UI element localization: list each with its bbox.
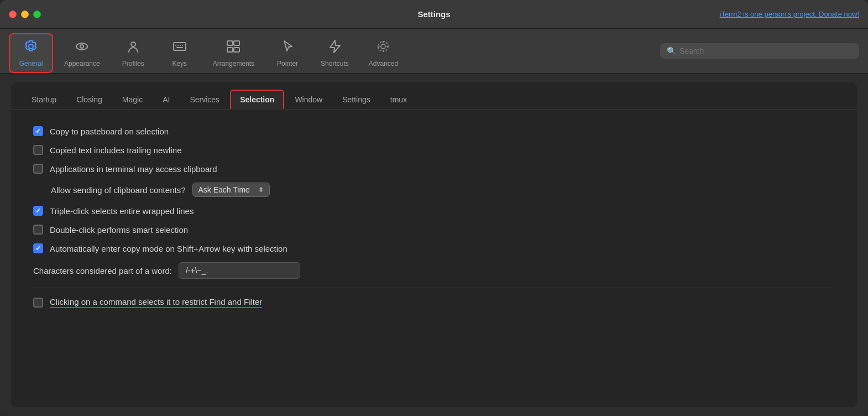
chevron-up-down-icon: ⬍ — [258, 186, 264, 194]
toolbar-item-general[interactable]: General — [9, 33, 53, 73]
settings-content: Copy to pasteboard on selection Copied t… — [11, 110, 857, 407]
donate-link[interactable]: iTerm2 is one person's project. Donate n… — [720, 10, 860, 18]
settings-window: Settings iTerm2 is one person's project.… — [0, 0, 868, 416]
divider — [33, 288, 835, 288]
toolbar-label-shortcuts: Shortcuts — [321, 60, 349, 67]
clipboard-access-row: Applications in terminal may access clip… — [33, 164, 835, 174]
tab-selection[interactable]: Selection — [230, 90, 284, 110]
toolbar-label-arrangements: Arrangements — [213, 60, 254, 67]
word-chars-input[interactable] — [179, 262, 300, 279]
toolbar-label-keys: Keys — [172, 60, 187, 67]
svg-point-0 — [76, 43, 87, 50]
command-select-row: Clicking on a command selects it to rest… — [33, 297, 835, 308]
clipboard-access-checkbox[interactable] — [33, 164, 43, 174]
toolbar-label-pointer: Pointer — [277, 60, 298, 67]
toolbar-item-profiles[interactable]: Profiles — [111, 34, 155, 72]
clipboard-send-dropdown[interactable]: Ask Each Time ⬍ — [192, 183, 270, 197]
triple-click-checkbox[interactable] — [33, 206, 43, 216]
toolbar-item-arrangements[interactable]: Arrangements — [204, 34, 263, 72]
svg-rect-9 — [227, 41, 233, 45]
toolbar-label-appearance: Appearance — [64, 60, 100, 67]
profiles-icon — [126, 39, 141, 58]
word-chars-label: Characters considered part of a word: — [33, 266, 172, 275]
close-button[interactable] — [9, 11, 17, 18]
command-select-checkbox[interactable] — [33, 298, 43, 308]
svg-rect-11 — [227, 48, 233, 52]
traffic-lights — [9, 11, 41, 18]
minimize-button[interactable] — [21, 11, 29, 18]
svg-point-2 — [131, 42, 135, 46]
trailing-newline-checkbox[interactable] — [33, 145, 43, 155]
lightning-icon — [327, 39, 342, 58]
toolbar-label-profiles: Profiles — [122, 60, 144, 67]
tab-closing[interactable]: Closing — [67, 90, 112, 108]
toolbar: General Appearance Profiles — [0, 29, 868, 74]
command-select-label: Clicking on a command selects it to rest… — [50, 297, 262, 308]
search-input[interactable] — [679, 46, 853, 55]
clipboard-send-row: Allow sending of clipboard contents? Ask… — [33, 183, 835, 197]
tab-settings[interactable]: Settings — [333, 90, 380, 108]
advanced-icon — [375, 39, 391, 58]
toolbar-label-general: General — [19, 60, 43, 67]
pointer-icon — [280, 39, 295, 58]
tab-tmux[interactable]: tmux — [381, 90, 416, 108]
double-click-row: Double-click performs smart selection — [33, 225, 835, 235]
clipboard-access-label: Applications in terminal may access clip… — [50, 164, 217, 174]
copy-pasteboard-checkbox[interactable] — [33, 126, 43, 136]
double-click-label: Double-click performs smart selection — [50, 225, 188, 235]
copy-pasteboard-label: Copy to pasteboard on selection — [50, 127, 169, 136]
content-panel: Startup Closing Magic AI Services Select… — [11, 82, 857, 407]
toolbar-item-pointer[interactable]: Pointer — [265, 34, 310, 72]
toolbar-label-advanced: Advanced — [369, 60, 398, 67]
svg-rect-3 — [174, 43, 186, 50]
svg-point-1 — [80, 45, 83, 48]
copy-mode-row: Automatically enter copy mode on Shift+A… — [33, 243, 835, 253]
triple-click-label: Triple-click selects entire wrapped line… — [50, 206, 194, 216]
eye-icon — [74, 39, 90, 58]
tab-ai[interactable]: AI — [153, 90, 179, 108]
svg-rect-12 — [234, 48, 239, 52]
dropdown-value: Ask Each Time — [198, 185, 250, 194]
tab-services[interactable]: Services — [180, 90, 229, 108]
copy-pasteboard-row: Copy to pasteboard on selection — [33, 126, 835, 136]
double-click-checkbox[interactable] — [33, 225, 43, 235]
search-icon: 🔍 — [667, 46, 676, 55]
copy-mode-label: Automatically enter copy mode on Shift+A… — [50, 244, 287, 253]
trailing-newline-label: Copied text includes trailing newline — [50, 145, 181, 155]
gear-icon — [23, 39, 39, 58]
content-area: Startup Closing Magic AI Services Select… — [0, 74, 868, 416]
clipboard-send-label: Allow sending of clipboard contents? — [51, 185, 186, 195]
arrangements-icon — [226, 39, 241, 58]
svg-rect-10 — [234, 41, 239, 45]
word-chars-row: Characters considered part of a word: — [33, 262, 835, 279]
tab-bar: Startup Closing Magic AI Services Select… — [11, 82, 857, 110]
maximize-button[interactable] — [33, 11, 41, 18]
trailing-newline-row: Copied text includes trailing newline — [33, 145, 835, 155]
toolbar-item-shortcuts[interactable]: Shortcuts — [312, 34, 358, 72]
keyboard-icon — [172, 39, 187, 58]
toolbar-item-keys[interactable]: Keys — [158, 34, 202, 72]
titlebar: Settings iTerm2 is one person's project.… — [0, 0, 868, 29]
search-box[interactable]: 🔍 — [660, 43, 859, 59]
copy-mode-checkbox[interactable] — [33, 243, 43, 253]
triple-click-row: Triple-click selects entire wrapped line… — [33, 206, 835, 216]
tab-startup[interactable]: Startup — [22, 90, 66, 108]
command-select-text: Clicking on a command selects it to rest… — [50, 297, 262, 308]
tab-window[interactable]: Window — [285, 90, 332, 108]
toolbar-item-advanced[interactable]: Advanced — [360, 34, 407, 72]
window-title: Settings — [417, 9, 450, 19]
svg-point-13 — [381, 44, 385, 49]
tab-magic[interactable]: Magic — [113, 90, 152, 108]
toolbar-item-appearance[interactable]: Appearance — [55, 34, 109, 72]
